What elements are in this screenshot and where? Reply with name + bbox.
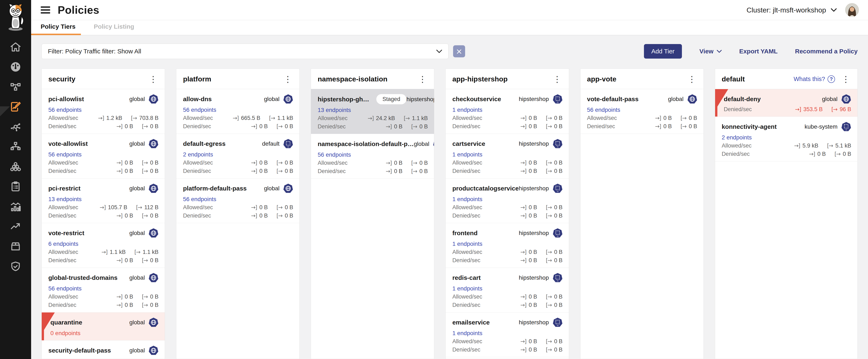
policy-card[interactable]: redis-carthipstershopns1 endpointsAllowe…: [445, 268, 569, 312]
policy-name-row: productcatalogservicehipstershopns: [452, 184, 562, 193]
endpoints-link[interactable]: 56 endpoints: [48, 285, 82, 292]
view-dropdown[interactable]: View: [699, 48, 722, 55]
endpoints-link[interactable]: 56 endpoints: [48, 107, 82, 113]
policy-card[interactable]: namespace-isolation-default-p…global56 e…: [311, 134, 434, 179]
tab-policy-listing[interactable]: Policy Listing: [94, 23, 134, 35]
endpoints-link[interactable]: 1 endpoints: [452, 107, 482, 113]
stat-label: Denied/sec: [48, 302, 76, 308]
sidebar-item-dashboard-gauge-icon[interactable]: [0, 57, 31, 77]
stat-in-value: 0 B: [125, 123, 133, 130]
sidebar-item-shield-check-icon[interactable]: [0, 256, 31, 276]
policy-traffic-filter[interactable]: Filter: Policy Traffic filter: Show All: [41, 44, 448, 59]
endpoints-link[interactable]: 1 endpoints: [452, 241, 482, 247]
policy-scope: global: [129, 184, 158, 193]
egress-icon: [→: [131, 115, 137, 121]
stat-out-value: 96 B: [840, 106, 851, 113]
policy-card[interactable]: vote-default-passglobal56 endpointsAllow…: [581, 89, 704, 134]
recommend-policy-link[interactable]: Recommend a Policy: [795, 48, 858, 55]
policy-card[interactable]: pci-restrictglobal13 endpointsAllowed/se…: [42, 178, 165, 223]
cluster-selector[interactable]: Cluster: jlt-msft-workshop: [746, 6, 837, 14]
sidebar-item-compliance-clipboard-icon[interactable]: [0, 176, 31, 196]
policy-card[interactable]: quarantineglobal0 endpoints: [42, 312, 165, 340]
policy-card[interactable]: platform-default-passglobal56 endpointsA…: [176, 178, 299, 223]
policy-name: pci-restrict: [48, 185, 81, 192]
tier-menu-kebab-icon[interactable]: ⋮: [686, 76, 697, 83]
tier-column-default: defaultWhats this??⋮default-denyglobalDe…: [715, 68, 858, 359]
endpoints-link[interactable]: 56 endpoints: [183, 196, 216, 202]
tier-menu-kebab-icon[interactable]: ⋮: [552, 76, 563, 83]
tab-policy-tiers[interactable]: Policy Tiers: [41, 23, 75, 35]
traffic-stat-row: Denied/sec→]0 B[→0 B: [452, 257, 562, 264]
policy-scope: global: [264, 184, 293, 193]
sidebar-item-flow-nodes-icon[interactable]: [0, 117, 31, 137]
policy-card[interactable]: default-denyglobalDenied/sec→]353.5 B[→9…: [715, 89, 858, 117]
hamburger-menu-icon[interactable]: [41, 6, 50, 13]
endpoints-link[interactable]: 2 endpoints: [722, 134, 752, 140]
policy-name: namespace-isolation-default-p…: [318, 140, 414, 147]
endpoints-link[interactable]: 1 endpoints: [452, 330, 482, 336]
endpoints-link[interactable]: 13 endpoints: [48, 196, 82, 202]
endpoints-link[interactable]: 56 endpoints: [587, 107, 620, 113]
sidebar-item-timeline-stats-icon[interactable]: [0, 196, 31, 217]
tier-menu-kebab-icon[interactable]: ⋮: [282, 76, 293, 83]
sidebar-item-image-package-icon[interactable]: [0, 237, 31, 256]
egress-icon: [→: [546, 115, 552, 121]
policy-card[interactable]: allow-dnsglobal56 endpointsAllowed/sec→]…: [176, 89, 299, 134]
ingress-icon: →]: [98, 115, 104, 121]
policy-card[interactable]: konnectivity-agentkube-systemns2 endpoin…: [715, 117, 858, 161]
traffic-stat-row: Allowed/sec→]0 B[→0 B: [452, 115, 562, 121]
clear-filter-button[interactable]: ×: [453, 45, 465, 57]
calico-cat-logo[interactable]: [0, 0, 31, 33]
scope-label: global: [414, 141, 429, 147]
endpoints-link[interactable]: 13 endpoints: [318, 107, 351, 113]
stat-in-value: 0 B: [259, 123, 268, 130]
policy-card[interactable]: global-trusted-domainsglobal56 endpoints…: [42, 268, 165, 312]
endpoints-link[interactable]: 56 endpoints: [48, 151, 82, 158]
sidebar-item-policies-icon[interactable]: [0, 97, 31, 117]
policy-card[interactable]: checkoutservicehipstershopns1 endpointsA…: [445, 89, 569, 134]
stat-in-value: 0 B: [529, 257, 537, 264]
scope-label: hipstershop: [406, 96, 434, 103]
policy-card[interactable]: vote-allowlistglobal56 endpointsAllowed/…: [42, 134, 165, 178]
user-avatar[interactable]: [845, 3, 859, 17]
policy-card[interactable]: default-egressdefaultns2 endpointsAllowe…: [176, 134, 299, 178]
sidebar-item-hosts-tree-icon[interactable]: [0, 137, 31, 157]
sidebar-item-workload-cluster-icon[interactable]: [0, 157, 31, 176]
stat-out-value: 0 B: [554, 115, 563, 121]
tier-column-namespace-isolation: namespace-isolation⋮hipstershop-gh…Stage…: [311, 68, 434, 359]
stat-out: [→1.1 kB: [269, 115, 293, 121]
endpoints-link[interactable]: 0 endpoints: [51, 330, 81, 336]
add-tier-button[interactable]: Add Tier: [644, 44, 682, 59]
endpoints-link[interactable]: 1 endpoints: [452, 196, 482, 202]
policy-card[interactable]: emailservicehipstershopns1 endpointsAllo…: [445, 312, 569, 357]
stat-values: →]665.5 B[→1.1 kB: [233, 115, 293, 121]
stat-out-value: 0 B: [420, 160, 428, 166]
endpoints-link[interactable]: 56 endpoints: [183, 107, 216, 113]
tier-menu-kebab-icon[interactable]: ⋮: [148, 76, 158, 83]
tier-menu-kebab-icon[interactable]: ⋮: [417, 76, 428, 83]
export-yaml-link[interactable]: Export YAML: [739, 48, 778, 55]
endpoints-link[interactable]: 1 endpoints: [452, 151, 482, 158]
policy-card[interactable]: productcatalogservicehipstershopns1 endp…: [445, 178, 569, 223]
egress-icon: [→: [546, 257, 552, 264]
stat-label: Denied/sec: [452, 347, 480, 353]
whats-this-link[interactable]: Whats this??: [794, 76, 835, 83]
policy-card[interactable]: frontendhipstershopns1 endpointsAllowed/…: [445, 223, 569, 268]
policy-card[interactable]: pci-allowlistglobal56 endpointsAllowed/s…: [42, 89, 165, 134]
policy-card[interactable]: hipstershop-gh…Stagedhipstershopns13 end…: [311, 89, 434, 134]
endpoints-link[interactable]: 2 endpoints: [183, 151, 213, 158]
stat-label: Denied/sec: [452, 168, 480, 174]
stat-out: [→0 B: [142, 160, 158, 166]
sidebar-item-home-icon[interactable]: [0, 37, 31, 57]
tier-menu-kebab-icon[interactable]: ⋮: [840, 76, 851, 83]
sidebar-item-trending-up-icon[interactable]: [0, 217, 31, 237]
policy-card[interactable]: security-default-passglobal: [42, 340, 165, 359]
policy-card[interactable]: vote-restrictglobal6 endpointsAllowed/se…: [42, 223, 165, 268]
sidebar-item-service-graph-icon[interactable]: [0, 77, 31, 97]
endpoints-link[interactable]: 1 endpoints: [452, 285, 482, 292]
endpoints-link[interactable]: 6 endpoints: [48, 241, 79, 247]
endpoints-link[interactable]: 56 endpoints: [318, 151, 351, 158]
stat-in: →]0 B: [521, 347, 537, 353]
policy-card[interactable]: cartservicehipstershopns1 endpointsAllow…: [445, 134, 569, 178]
traffic-stat-row: Allowed/sec→]0 B[→0 B: [452, 294, 562, 300]
